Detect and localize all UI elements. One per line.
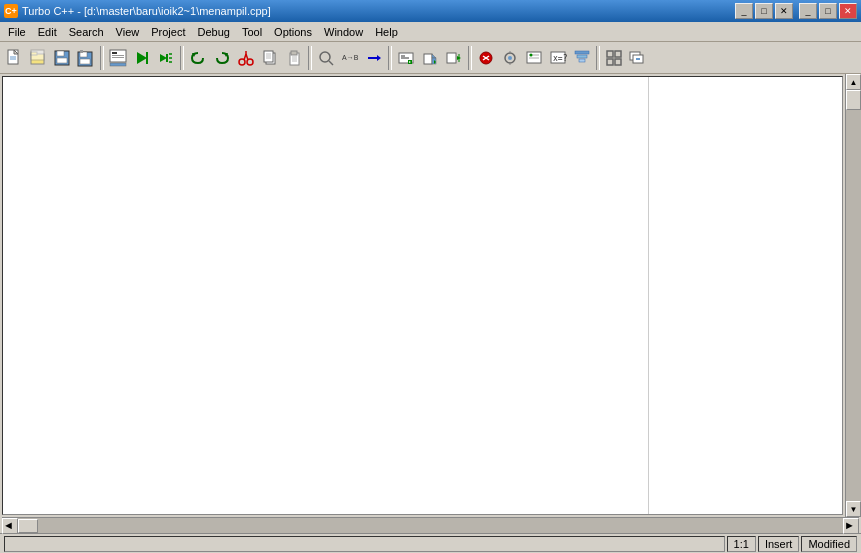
status-bar: 1:1 Insert Modified	[0, 533, 861, 553]
new-file-btn[interactable]	[2, 46, 26, 70]
breakpoint-btn[interactable]	[474, 46, 498, 70]
separator-4	[388, 46, 392, 70]
svg-rect-82	[636, 58, 640, 60]
svg-marker-54	[432, 54, 436, 58]
svg-line-44	[329, 61, 333, 65]
svg-text:x=?: x=?	[553, 54, 567, 63]
cut-icon	[237, 49, 255, 67]
undo-icon	[189, 49, 207, 67]
find-btn[interactable]	[314, 46, 338, 70]
title-bar: C+ Turbo C++ - [d:\master\baru\ioik2~1\m…	[0, 0, 861, 22]
toolbar-layout-group	[602, 46, 650, 70]
menu-edit[interactable]: Edit	[32, 24, 63, 40]
run2-btn[interactable]	[442, 46, 466, 70]
save-all-btn[interactable]	[74, 46, 98, 70]
svg-rect-6	[31, 50, 44, 60]
inspect2-btn[interactable]	[522, 46, 546, 70]
editor-container[interactable]	[2, 76, 843, 515]
title-left: C+ Turbo C++ - [d:\master\baru\ioik2~1\m…	[4, 4, 271, 18]
call-stack-btn[interactable]	[570, 46, 594, 70]
svg-rect-78	[607, 59, 613, 65]
app-close-btn[interactable]: ✕	[775, 3, 793, 19]
menu-help[interactable]: Help	[369, 24, 404, 40]
app-restore-btn[interactable]: □	[755, 3, 773, 19]
save-file-btn[interactable]	[50, 46, 74, 70]
svg-line-31	[246, 54, 248, 60]
cursor-position: 1:1	[727, 536, 756, 552]
close-btn[interactable]: ✕	[839, 3, 857, 19]
scroll-down-btn[interactable]: ▼	[846, 501, 861, 517]
run-btn[interactable]	[130, 46, 154, 70]
goto-btn[interactable]	[362, 46, 386, 70]
svg-rect-74	[577, 55, 587, 58]
tile-btn[interactable]	[602, 46, 626, 70]
paste-icon	[285, 49, 303, 67]
cascade-icon	[629, 49, 647, 67]
restore-btn[interactable]: □	[819, 3, 837, 19]
svg-text:A→B: A→B	[342, 54, 359, 61]
redo-btn[interactable]	[210, 46, 234, 70]
evaluate-icon: x=?	[549, 49, 567, 67]
cascade-btn[interactable]	[626, 46, 650, 70]
menu-search[interactable]: Search	[63, 24, 110, 40]
watch-icon	[501, 49, 519, 67]
compile-btn[interactable]	[394, 46, 418, 70]
separator-6	[596, 46, 600, 70]
svg-rect-13	[80, 50, 83, 53]
watch-btn[interactable]	[498, 46, 522, 70]
menu-file[interactable]: File	[2, 24, 32, 40]
menu-debug[interactable]: Debug	[191, 24, 235, 40]
hscroll-track[interactable]	[18, 518, 843, 533]
inspect-icon	[109, 49, 127, 67]
scroll-thumb[interactable]	[846, 90, 861, 110]
redo-icon	[213, 49, 231, 67]
separator-2	[180, 46, 184, 70]
open-file-btn[interactable]	[26, 46, 50, 70]
inspect-btn[interactable]	[106, 46, 130, 70]
hscroll-right-btn[interactable]: ►	[843, 518, 859, 534]
replace-icon: A→B	[341, 49, 359, 67]
menu-window[interactable]: Window	[318, 24, 369, 40]
inspect2-icon	[525, 49, 543, 67]
menu-tool[interactable]: Tool	[236, 24, 268, 40]
scroll-up-btn[interactable]: ▲	[846, 74, 861, 90]
find-icon	[317, 49, 335, 67]
title-controls: _ □ ✕ _ □ ✕	[735, 3, 857, 19]
separator-5	[468, 46, 472, 70]
svg-rect-53	[424, 54, 432, 64]
paste-btn[interactable]	[282, 46, 306, 70]
step-over-btn[interactable]	[154, 46, 178, 70]
menu-view[interactable]: View	[110, 24, 146, 40]
evaluate-btn[interactable]: x=?	[546, 46, 570, 70]
status-empty	[4, 536, 725, 552]
copy-icon	[261, 49, 279, 67]
toolbar: A→B	[0, 42, 861, 74]
build-icon	[421, 49, 439, 67]
main-content: ▲ ▼ ◄ ►	[0, 74, 861, 533]
scroll-track[interactable]	[846, 90, 861, 501]
svg-rect-18	[110, 63, 126, 66]
svg-rect-34	[264, 51, 273, 62]
menu-bar: File Edit Search View Project Debug Tool…	[0, 22, 861, 42]
hscroll-thumb[interactable]	[18, 519, 38, 533]
cut-btn[interactable]	[234, 46, 258, 70]
code-editor[interactable]	[3, 77, 842, 514]
menu-project[interactable]: Project	[145, 24, 191, 40]
build-btn[interactable]	[418, 46, 442, 70]
svg-rect-75	[579, 59, 585, 62]
hscroll-left-btn[interactable]: ◄	[2, 518, 18, 534]
undo-btn[interactable]	[186, 46, 210, 70]
svg-rect-76	[607, 51, 613, 57]
svg-rect-77	[615, 51, 621, 57]
menu-options[interactable]: Options	[268, 24, 318, 40]
toolbar-file-group	[2, 46, 98, 70]
svg-marker-21	[160, 54, 167, 62]
main-area: ▲ ▼ ◄ ►	[0, 74, 861, 533]
replace-btn[interactable]: A→B	[338, 46, 362, 70]
tile-icon	[605, 49, 623, 67]
copy-btn[interactable]	[258, 46, 282, 70]
svg-point-43	[320, 52, 330, 62]
horizontal-scrollbar: ◄ ►	[2, 517, 859, 533]
minimize-btn[interactable]: _	[799, 3, 817, 19]
app-minimize-btn[interactable]: _	[735, 3, 753, 19]
